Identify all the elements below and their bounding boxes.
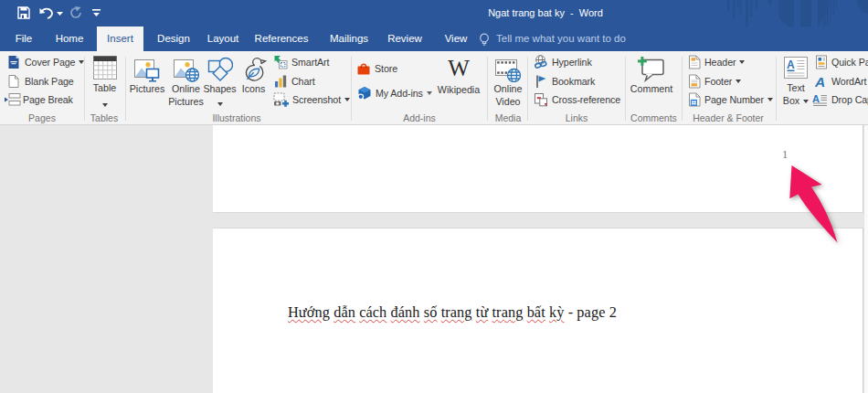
svg-text:A: A	[815, 74, 825, 89]
svg-text:A: A	[812, 93, 820, 104]
svg-text:A: A	[787, 58, 795, 71]
